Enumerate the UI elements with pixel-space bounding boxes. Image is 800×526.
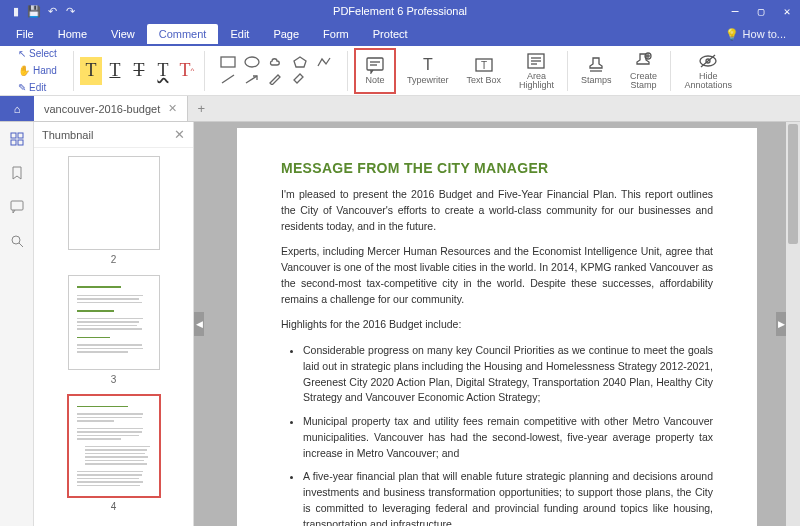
note-icon bbox=[365, 56, 385, 74]
sidebar-thumbnails[interactable] bbox=[8, 130, 26, 148]
svg-text:T: T bbox=[481, 60, 487, 71]
app-icon: ▮ bbox=[10, 5, 22, 17]
menu-comment[interactable]: Comment bbox=[147, 24, 219, 44]
document-tab[interactable]: vancouver-2016-budget ✕ bbox=[34, 96, 188, 121]
left-sidebar bbox=[0, 122, 34, 526]
next-page-arrow[interactable]: ▶ bbox=[776, 312, 786, 336]
workspace: Thumbnail ✕ 2 3 bbox=[0, 122, 800, 526]
svg-marker-2 bbox=[294, 57, 306, 67]
svg-line-28 bbox=[19, 243, 23, 247]
underline-tool[interactable]: T bbox=[104, 57, 126, 85]
svg-line-4 bbox=[246, 76, 257, 83]
svg-rect-25 bbox=[18, 140, 23, 145]
home-icon: ⌂ bbox=[14, 103, 21, 115]
prev-page-arrow[interactable]: ◀ bbox=[194, 312, 204, 336]
hide-icon bbox=[697, 52, 719, 70]
rectangle-shape[interactable] bbox=[217, 55, 239, 70]
caret-tool[interactable]: T^ bbox=[176, 57, 198, 85]
typewriter-tool[interactable]: T Typewriter bbox=[400, 48, 456, 94]
svg-rect-26 bbox=[11, 201, 23, 210]
note-tool[interactable]: Note bbox=[354, 48, 396, 94]
close-button[interactable]: ✕ bbox=[774, 0, 800, 22]
doc-bullet: Municipal property tax and utility fees … bbox=[303, 414, 713, 461]
oval-shape[interactable] bbox=[241, 55, 263, 70]
close-tab-icon[interactable]: ✕ bbox=[168, 102, 177, 115]
app-title: PDFelement 6 Professional bbox=[333, 5, 467, 17]
title-bar: ▮ 💾 ↶ ↷ PDFelement 6 Professional ─ ▢ ✕ bbox=[0, 0, 800, 22]
minimize-button[interactable]: ─ bbox=[722, 0, 748, 22]
maximize-button[interactable]: ▢ bbox=[748, 0, 774, 22]
area-highlight-icon bbox=[526, 52, 546, 70]
stamp-icon bbox=[586, 56, 606, 74]
area-highlight-tool[interactable]: Area Highlight bbox=[512, 48, 561, 94]
svg-text:T: T bbox=[423, 56, 433, 73]
edit-tool[interactable]: ✎Edit bbox=[14, 80, 61, 95]
document-viewer[interactable]: ◀ MESSAGE FROM THE CITY MANAGER I'm plea… bbox=[194, 122, 800, 526]
thumbnail-list[interactable]: 2 3 bbox=[34, 148, 193, 526]
undo-icon[interactable]: ↶ bbox=[46, 5, 58, 17]
svg-rect-24 bbox=[11, 140, 16, 145]
eraser-tool[interactable] bbox=[289, 72, 311, 87]
arrow-shape[interactable] bbox=[241, 72, 263, 87]
ribbon: ↖Select ✋Hand ✎Edit T T T T T^ Note T T bbox=[0, 46, 800, 96]
doc-bullet: Considerable progress on many key Counci… bbox=[303, 343, 713, 406]
home-tab[interactable]: ⌂ bbox=[0, 96, 34, 121]
sidebar-bookmarks[interactable] bbox=[8, 164, 26, 182]
strikethrough-tool[interactable]: T bbox=[128, 57, 150, 85]
pencil-icon: ✎ bbox=[18, 82, 26, 93]
menu-view[interactable]: View bbox=[99, 24, 147, 44]
create-stamp-tool[interactable]: Create Stamp bbox=[622, 48, 664, 94]
doc-heading: MESSAGE FROM THE CITY MANAGER bbox=[281, 158, 713, 179]
svg-rect-23 bbox=[18, 133, 23, 138]
menu-file[interactable]: File bbox=[4, 24, 46, 44]
menu-home[interactable]: Home bbox=[46, 24, 99, 44]
line-shape[interactable] bbox=[217, 72, 239, 87]
cloud-shape[interactable] bbox=[265, 55, 287, 70]
cursor-icon: ↖ bbox=[18, 48, 26, 59]
thumbnail-page-2[interactable] bbox=[68, 156, 160, 250]
close-thumbnail-panel[interactable]: ✕ bbox=[174, 127, 185, 142]
thumbnail-panel-title: Thumbnail bbox=[42, 129, 93, 141]
svg-point-1 bbox=[245, 57, 259, 67]
pencil-tool[interactable] bbox=[265, 72, 287, 87]
thumbnail-page-4[interactable] bbox=[68, 395, 160, 498]
svg-rect-5 bbox=[367, 58, 383, 70]
how-to-link[interactable]: 💡 How to... bbox=[715, 28, 796, 41]
add-tab-button[interactable]: + bbox=[188, 96, 214, 121]
stamps-tool[interactable]: Stamps bbox=[574, 48, 619, 94]
doc-paragraph: Experts, including Mercer Human Resource… bbox=[281, 244, 713, 307]
connected-lines-shape[interactable] bbox=[313, 55, 335, 70]
hand-icon: ✋ bbox=[18, 65, 30, 76]
tab-strip: ⌂ vancouver-2016-budget ✕ + bbox=[0, 96, 800, 122]
polygon-shape[interactable] bbox=[289, 55, 311, 70]
menu-form[interactable]: Form bbox=[311, 24, 361, 44]
svg-point-27 bbox=[12, 236, 20, 244]
hide-annotations-tool[interactable]: Hide Annotations bbox=[677, 48, 739, 94]
sidebar-search[interactable] bbox=[8, 232, 26, 250]
menu-bar: File Home View Comment Edit Page Form Pr… bbox=[0, 22, 800, 46]
highlight-tool[interactable]: T bbox=[80, 57, 102, 85]
save-icon[interactable]: 💾 bbox=[28, 5, 40, 17]
typewriter-icon: T bbox=[418, 56, 438, 74]
hand-tool[interactable]: ✋Hand bbox=[14, 63, 61, 78]
doc-bullet: A five-year financial plan that will ena… bbox=[303, 469, 713, 526]
menu-edit[interactable]: Edit bbox=[218, 24, 261, 44]
menu-page[interactable]: Page bbox=[261, 24, 311, 44]
sidebar-comments[interactable] bbox=[8, 198, 26, 216]
squiggly-tool[interactable]: T bbox=[152, 57, 174, 85]
doc-paragraph: Highlights for the 2016 Budget include: bbox=[281, 317, 713, 333]
create-stamp-icon bbox=[633, 52, 653, 70]
scrollbar-thumb[interactable] bbox=[788, 124, 798, 244]
thumbnail-page-3[interactable] bbox=[68, 275, 160, 369]
document-page: MESSAGE FROM THE CITY MANAGER I'm please… bbox=[237, 128, 757, 526]
svg-line-3 bbox=[222, 75, 234, 83]
redo-icon[interactable]: ↷ bbox=[64, 5, 76, 17]
doc-paragraph: I'm pleased to present the 2016 Budget a… bbox=[281, 187, 713, 234]
vertical-scrollbar[interactable] bbox=[786, 122, 800, 526]
menu-protect[interactable]: Protect bbox=[361, 24, 420, 44]
svg-rect-22 bbox=[11, 133, 16, 138]
svg-rect-0 bbox=[221, 57, 235, 67]
lightbulb-icon: 💡 bbox=[725, 28, 739, 41]
select-tool[interactable]: ↖Select bbox=[14, 46, 61, 61]
textbox-tool[interactable]: T Text Box bbox=[459, 48, 508, 94]
